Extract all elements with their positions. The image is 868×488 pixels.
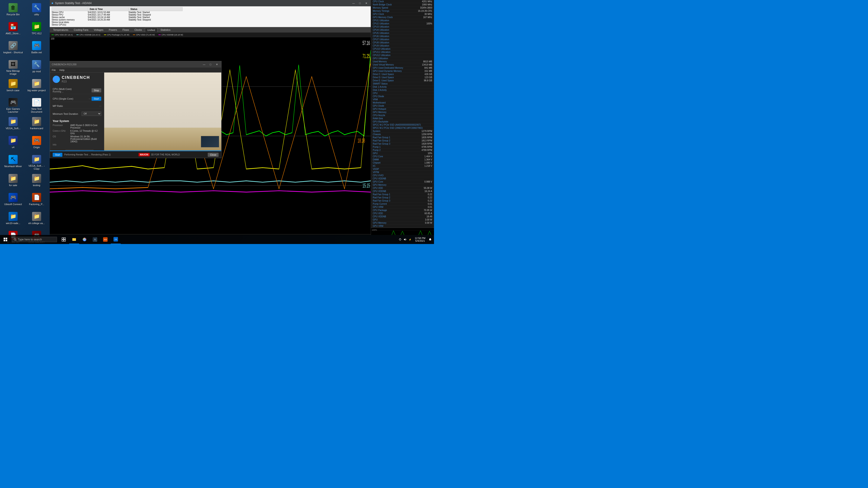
chart-tab-temperatures[interactable]: Temperatures <box>51 28 71 32</box>
info-label: Info <box>53 143 68 146</box>
desktop-icon-bench-case[interactable]: 📁 bench case <box>2 78 24 96</box>
desktop-icons-container: 🗑 Recycle Bin 🔧 uility 🏪 AMD_Store... 📁 … <box>0 0 50 235</box>
stats-label: CPU Package <box>373 209 387 212</box>
start-single-button[interactable]: Start <box>92 97 101 101</box>
stats-value: 4795 RPM <box>422 146 432 148</box>
desktop-icon-tpc-812[interactable]: 📁 TPC-812 <box>25 21 48 39</box>
cb-file-menu[interactable]: File <box>52 69 56 71</box>
desktop-icon-testing[interactable]: 📁 testing <box>25 173 48 191</box>
stats-row: DIMM 1.364 V <box>371 158 434 161</box>
maxon-tagline: 3D FOR THE REAL WORLD <box>151 153 180 156</box>
desktop-icon-epic-games[interactable]: 🎮 Epic Games Launcher <box>2 97 24 115</box>
cinebench-menu: File Help <box>50 68 221 72</box>
cinebench-controls: — □ ✕ <box>202 62 219 67</box>
stats-row: GPU-Backplate <box>371 120 434 123</box>
svg-rect-9 <box>371 228 434 235</box>
icon-img-college: 📁 <box>32 212 41 221</box>
legend-item: CPU Package (71.25 W) <box>104 34 129 36</box>
minimize-button[interactable]: — <box>351 1 356 5</box>
explorer-taskbar-button[interactable] <box>69 235 79 244</box>
stats-label: Motherboard <box>373 101 385 104</box>
desktop-icon-v4[interactable]: 📁 v4 <box>2 135 24 153</box>
duration-row: Minimum Test Duration Off <box>53 111 101 116</box>
system-clock[interactable]: 12:58 PM 5/4/2021 <box>413 237 427 242</box>
desktop-icon-vegasoft[interactable]: 📁 VEGA_Soft... <box>2 116 24 134</box>
stats-row: I/C 1.218 V <box>371 164 434 168</box>
chart-legend: CPU VDD (57.16 A) CPU VDDNB (15.15 A) CP… <box>50 33 371 37</box>
chart-tab-unified[interactable]: Unified <box>145 28 158 32</box>
desktop-icon-frankencard[interactable]: 📁 frankencard <box>25 116 48 134</box>
maximize-button[interactable]: □ <box>357 1 363 5</box>
steam-taskbar-button[interactable]: S <box>90 235 100 244</box>
cb-maximize[interactable]: □ <box>208 62 213 67</box>
icon-label-factoring: Factoring_P... <box>29 203 44 206</box>
desktop-icon-ppmod[interactable]: 🔧 pp mod <box>25 59 48 77</box>
stop-button[interactable]: Stop <box>92 88 101 92</box>
stats-value: 4201 MHz <box>422 0 432 3</box>
processor-label: Processor <box>53 124 68 129</box>
cb-minimize[interactable]: — <box>202 62 207 67</box>
chart-tab-statistics[interactable]: Statistics <box>158 28 173 32</box>
icon-label-origin: Origin <box>33 146 40 149</box>
chart-tab-flows[interactable]: Flows <box>120 28 131 32</box>
close-button[interactable]: ✕ <box>364 1 369 5</box>
desktop-icon-origin[interactable]: 🎮 Origin <box>25 135 48 153</box>
chart-tab-cooling-fans[interactable]: Cooling Fans <box>71 28 91 32</box>
desktop-icon-utility[interactable]: 🔧 uility <box>25 2 48 20</box>
desktop-icon-factoring[interactable]: 📄 Factoring_P... <box>25 192 48 210</box>
icon-label-vegasoft-copy: VEGA_Soft... - Copy <box>26 164 47 170</box>
desktop-icon-nicehash[interactable]: ⛏ NiceHash Miner <box>2 154 24 172</box>
desktop-icon-keglant[interactable]: 🔗 keglant - Shortcut <box>2 40 24 58</box>
cb-close[interactable]: ✕ <box>214 62 219 67</box>
taskview-icon <box>61 237 66 242</box>
chart-tab-powers[interactable]: Powers <box>106 28 120 32</box>
chrome-taskbar-button[interactable] <box>80 235 90 244</box>
desktop-icon-battlenet[interactable]: 🎮 Battle.net <box>25 40 48 58</box>
stats-value: 55.08 W <box>424 187 432 189</box>
stats-label: North Bridge Clock <box>373 3 392 6</box>
desktop-icon-ubisoft[interactable]: 🎮 Ubisoft Connect <box>2 192 24 210</box>
stats-label: GPU Utilization <box>373 57 388 60</box>
stats-label: GPU Memory Clock <box>373 16 393 19</box>
chart-tab-voltages[interactable]: Voltages <box>91 28 106 32</box>
cb-help-menu[interactable]: Help <box>59 69 65 71</box>
min-duration-section: Minimum Test Duration Off <box>53 111 101 116</box>
start-button[interactable] <box>0 235 11 244</box>
stats-row: RAM-Sink <box>371 117 434 120</box>
stats-label: GPU Core <box>373 181 383 183</box>
desktop-icon-win10-rade[interactable]: 📁 win10-rade... <box>2 210 24 229</box>
chart-tab-clocks[interactable]: Clocks <box>132 28 145 32</box>
desktop-icon-new-text1[interactable]: 📄 New Text Document <box>25 97 48 115</box>
stats-label: Used Memory <box>373 60 387 63</box>
svg-rect-24 <box>64 240 66 241</box>
icon-img-vegasoft-copy: 📁 <box>32 155 41 164</box>
notification-icon[interactable] <box>428 237 432 241</box>
cinebench-taskbar-button[interactable]: CB <box>111 235 121 244</box>
col-test <box>52 7 88 11</box>
stats-row: CPU Core 1.464 V <box>371 155 434 158</box>
desktop-icon-amd-store[interactable]: 🏪 AMD_Store... <box>2 21 24 39</box>
stats-label: GPU Used Dynamic Memory <box>373 70 402 72</box>
stats-value: 0.988 V <box>425 181 432 183</box>
desktop-icon-bigwater[interactable]: 📁 big water project <box>25 78 48 96</box>
info-row: Info <box>53 143 101 146</box>
duration-select[interactable]: Off <box>82 111 101 116</box>
stats-row: CPU <box>371 92 434 95</box>
cb-close-button[interactable]: Close <box>208 153 219 157</box>
network-tray-icon[interactable] <box>398 237 402 241</box>
cb-start-button[interactable]: Start <box>53 153 62 157</box>
stats-row: GPU Utilization <box>371 57 434 60</box>
taskview-button[interactable] <box>59 235 69 244</box>
desktop-icon-forsale[interactable]: 📁 for sale <box>2 173 24 191</box>
desktop-icon-recycle-bin[interactable]: 🗑 Recycle Bin <box>2 2 24 20</box>
legend-label: CPU VDD (71.45 W) <box>136 34 155 36</box>
icon-label-tpc-812: TPC-812 <box>32 32 41 35</box>
stats-value: 4799 RPM <box>422 149 432 151</box>
desktop-icon-new-bitmap[interactable]: 🖼 New Bitmap Image <box>2 59 24 77</box>
desktop-icon-vegasoft-copy[interactable]: 📁 VEGA_Soft... - Copy <box>25 154 48 172</box>
battery-tray-icon[interactable]: ⚡ <box>408 237 412 241</box>
sound-tray-icon[interactable] <box>403 237 407 241</box>
desktop-icon-college[interactable]: 📁 eli college va... <box>25 210 48 229</box>
aida-taskbar-button[interactable]: A64 <box>100 235 110 244</box>
search-box[interactable]: Type here to search <box>12 237 57 242</box>
